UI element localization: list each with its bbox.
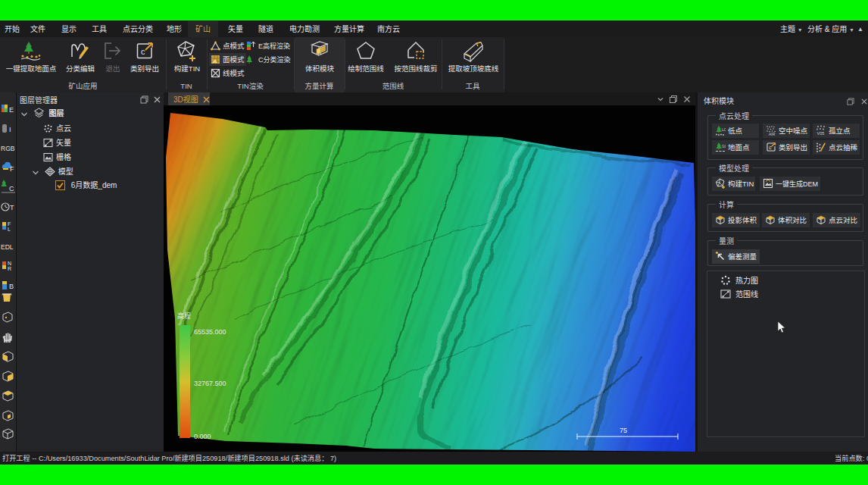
svg-text:75: 75: [620, 427, 627, 434]
svg-text:R: R: [8, 266, 11, 271]
svg-text:c: c: [769, 145, 772, 150]
svg-text:65535.000: 65535.000: [194, 327, 226, 336]
svg-text:I: I: [9, 126, 11, 133]
svg-text:C: C: [9, 185, 14, 192]
svg-text:RGB: RGB: [1, 145, 15, 152]
svg-text:E: E: [9, 106, 14, 114]
svg-text:EDL: EDL: [1, 243, 14, 251]
svg-text:LOW: LOW: [722, 127, 726, 132]
svg-text:F: F: [10, 165, 14, 173]
svg-text:32767.500: 32767.500: [194, 378, 226, 388]
svg-text:V05: V05: [817, 131, 825, 136]
svg-text:0.000: 0.000: [194, 431, 211, 441]
svg-text:N: N: [8, 261, 11, 266]
svg-text:AIR: AIR: [769, 132, 776, 136]
svg-text:B: B: [9, 283, 14, 290]
svg-text:c: c: [141, 47, 145, 56]
svg-text:L: L: [8, 227, 11, 232]
svg-text:高程: 高程: [177, 311, 191, 321]
svg-text:T: T: [10, 204, 14, 211]
svg-text:F: F: [8, 221, 11, 227]
svg-text:GD: GD: [722, 144, 726, 149]
